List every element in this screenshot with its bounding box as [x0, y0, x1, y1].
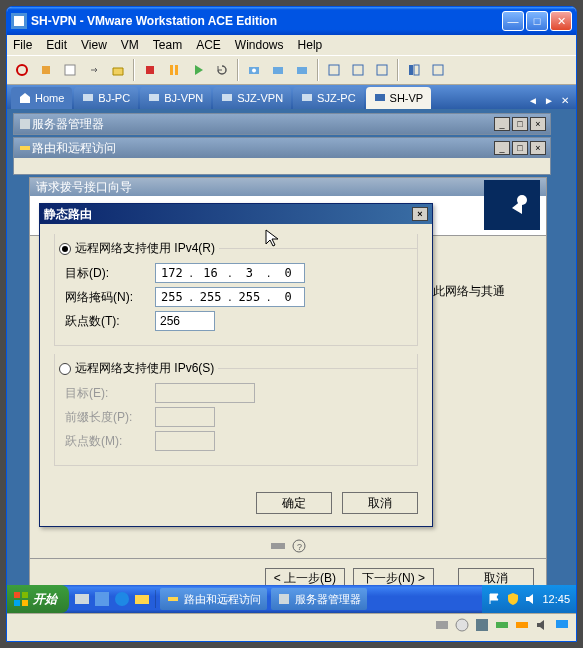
play-icon[interactable] [187, 59, 209, 81]
menu-ace[interactable]: ACE [196, 38, 221, 52]
explorer-icon[interactable] [133, 590, 151, 608]
mdi-maximize-button[interactable]: □ [512, 141, 528, 155]
dest-oct4[interactable] [274, 266, 302, 280]
tab-sjz-vpn[interactable]: SJZ-VPN [213, 87, 291, 109]
hd-icon[interactable] [434, 617, 450, 633]
fullscreen-icon[interactable] [323, 59, 345, 81]
clock[interactable]: 12:45 [542, 593, 570, 605]
menu-file[interactable]: File [13, 38, 32, 52]
mask-oct1[interactable] [158, 290, 186, 304]
arrow-icon[interactable] [83, 59, 105, 81]
rras-title: 路由和远程访问 [32, 140, 492, 157]
floppy-icon[interactable] [474, 617, 490, 633]
ie-icon[interactable] [113, 590, 131, 608]
nic2-icon[interactable] [514, 617, 530, 633]
dialog-titlebar: 静态路由 × [40, 204, 432, 224]
tabbar: Home BJ-PC BJ-VPN SJZ-VPN SJZ-PC SH-VP ◄… [7, 85, 576, 109]
close-button[interactable]: ✕ [550, 11, 572, 31]
server-icon[interactable] [73, 590, 91, 608]
manage-icon[interactable] [291, 59, 313, 81]
mdi-minimize-button[interactable]: _ [494, 117, 510, 131]
mask-oct2[interactable] [197, 290, 225, 304]
minimize-button[interactable]: — [502, 11, 524, 31]
dest-oct3[interactable] [235, 266, 263, 280]
tab-bj-pc[interactable]: BJ-PC [74, 87, 138, 109]
taskbar-rras[interactable]: 路由和远程访问 [160, 588, 267, 610]
sidebar-icon[interactable] [403, 59, 425, 81]
mdi-close-button[interactable]: × [530, 141, 546, 155]
hops-input[interactable] [155, 311, 215, 331]
dest-ip-input[interactable]: . . . [155, 263, 305, 283]
unity-icon[interactable] [347, 59, 369, 81]
mdi-minimize-button[interactable]: _ [494, 141, 510, 155]
menu-vm[interactable]: VM [121, 38, 139, 52]
tab-home[interactable]: Home [11, 87, 72, 109]
tab-sjz-pc[interactable]: SJZ-PC [293, 87, 364, 109]
menu-windows[interactable]: Windows [235, 38, 284, 52]
tab-scroll-right-icon[interactable]: ► [542, 95, 556, 109]
nic-icon[interactable] [494, 617, 510, 633]
ipv4-radio[interactable] [59, 243, 71, 255]
dest-oct1[interactable] [158, 266, 186, 280]
tab-close-icon[interactable]: ✕ [558, 95, 572, 109]
snapshot-icon[interactable] [243, 59, 265, 81]
mask-label: 网络掩码(N): [65, 289, 155, 306]
open-icon[interactable] [107, 59, 129, 81]
revert-icon[interactable] [267, 59, 289, 81]
server-mgr-title: 服务器管理器 [32, 116, 492, 133]
dialog-close-button[interactable]: × [412, 207, 428, 221]
power-off-icon[interactable] [11, 59, 33, 81]
monitor-icon[interactable] [554, 617, 570, 633]
flag-icon[interactable] [488, 592, 502, 606]
svg-rect-31 [22, 592, 28, 598]
quick-switch-icon[interactable] [371, 59, 393, 81]
svg-rect-12 [329, 65, 339, 75]
stop-icon[interactable] [139, 59, 161, 81]
vm-icon [82, 92, 94, 104]
summary-icon[interactable] [427, 59, 449, 81]
start-button[interactable]: 开始 [7, 585, 69, 613]
wizard-titlebar: 请求拨号接口向导 ? × [30, 178, 546, 196]
menu-view[interactable]: View [81, 38, 107, 52]
suspend-icon[interactable] [35, 59, 57, 81]
taskbar-server-mgr[interactable]: 服务器管理器 [271, 588, 367, 610]
reset-icon[interactable] [211, 59, 233, 81]
dialog-cancel-button[interactable]: 取消 [342, 492, 418, 514]
mdi-maximize-button[interactable]: □ [512, 117, 528, 131]
tab-scroll-left-icon[interactable]: ◄ [526, 95, 540, 109]
svg-rect-19 [149, 94, 159, 101]
new-icon[interactable] [59, 59, 81, 81]
windows-logo-icon [13, 591, 29, 607]
cd-icon[interactable] [454, 617, 470, 633]
shield-icon[interactable] [506, 592, 520, 606]
ok-button[interactable]: 确定 [256, 492, 332, 514]
vmware-statusbar [7, 613, 576, 635]
menu-team[interactable]: Team [153, 38, 182, 52]
help-icon: ? [292, 539, 306, 553]
pause-icon[interactable] [163, 59, 185, 81]
tab-sh-vp[interactable]: SH-VP [366, 87, 432, 109]
svg-rect-25 [484, 180, 540, 230]
menu-help[interactable]: Help [298, 38, 323, 52]
svg-rect-21 [302, 94, 312, 101]
dest6-input [155, 383, 255, 403]
maximize-button[interactable]: □ [526, 11, 548, 31]
tab-bj-vpn[interactable]: BJ-VPN [140, 87, 211, 109]
system-tray: 12:45 [482, 585, 576, 613]
menu-edit[interactable]: Edit [46, 38, 67, 52]
desktop-icon[interactable] [93, 590, 111, 608]
svg-rect-11 [297, 67, 307, 74]
quick-launch [69, 590, 156, 608]
svg-point-9 [252, 69, 256, 73]
mask-oct3[interactable] [235, 290, 263, 304]
volume-icon[interactable] [524, 592, 538, 606]
mdi-close-button[interactable]: × [530, 117, 546, 131]
mask-oct4[interactable] [274, 290, 302, 304]
rras-window: 路由和远程访问 _ □ × [13, 137, 551, 175]
mask-ip-input[interactable]: . . . [155, 287, 305, 307]
svg-point-41 [456, 619, 468, 631]
dest-oct2[interactable] [197, 266, 225, 280]
svg-rect-1 [14, 16, 24, 26]
ipv6-radio[interactable] [59, 363, 71, 375]
sound-icon[interactable] [534, 617, 550, 633]
